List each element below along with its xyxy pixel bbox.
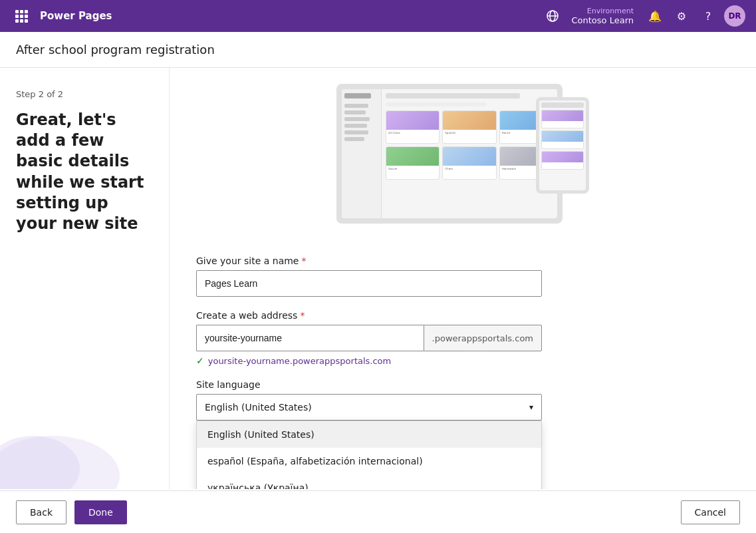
url-hint-text: yoursite-yourname.powerappsportals.com	[208, 356, 392, 366]
language-field-group: Site language English (United States) ▾ …	[196, 379, 729, 421]
done-button[interactable]: Done	[74, 500, 127, 524]
site-name-field-group: Give your site a name *	[196, 256, 729, 297]
environment-name: Contoso Learn	[571, 15, 634, 25]
page-title: After school program registration	[16, 43, 215, 57]
site-name-label: Give your site a name *	[196, 256, 729, 266]
language-dropdown-trigger[interactable]: English (United States) ▾	[196, 394, 542, 421]
help-button[interactable]: ?	[697, 5, 719, 27]
top-navigation: Power Pages Environment Contoso Learn 🔔 …	[0, 0, 756, 32]
footer-right: Cancel	[681, 500, 740, 524]
web-address-suffix: .powerappsportals.com	[424, 325, 542, 351]
site-name-input[interactable]	[196, 270, 542, 297]
language-option-spanish[interactable]: español (España, alfabetización internac…	[197, 448, 541, 474]
web-address-field-group: Create a web address * .powerappsportals…	[196, 310, 729, 366]
preview-area: Art Class Spanish Dance Soccer Chess Hom…	[196, 84, 729, 237]
required-star-2: *	[300, 310, 305, 321]
language-label: Site language	[196, 379, 729, 390]
language-selected-value: English (United States)	[205, 402, 312, 413]
mobile-mockup	[536, 97, 589, 194]
laptop-mockup: Art Class Spanish Dance Soccer Chess Hom…	[336, 84, 563, 224]
settings-button[interactable]: ⚙	[671, 5, 692, 27]
app-title: Power Pages	[40, 10, 534, 22]
step-indicator: Step 2 of 2	[16, 89, 153, 99]
language-option-ukrainian[interactable]: українська (Україна)	[197, 474, 541, 489]
user-avatar[interactable]: DR	[724, 5, 745, 27]
language-dropdown-menu: English (United States) español (España,…	[196, 421, 542, 489]
language-option-english-us[interactable]: English (United States)	[197, 421, 541, 448]
right-panel: Art Class Spanish Dance Soccer Chess Hom…	[170, 68, 756, 489]
environment-label: Environment	[587, 7, 634, 15]
web-address-input-group: .powerappsportals.com	[196, 325, 542, 351]
back-button[interactable]: Back	[16, 500, 66, 524]
environment-icon	[542, 5, 563, 27]
required-star: *	[302, 256, 307, 266]
web-address-input[interactable]	[196, 325, 424, 351]
decoration-graphic	[0, 383, 133, 489]
environment-info[interactable]: Environment Contoso Learn	[571, 7, 634, 25]
left-panel: Step 2 of 2 Great, let's add a few basic…	[0, 68, 170, 489]
site-preview-mockup: Art Class Spanish Dance Soccer Chess Hom…	[336, 84, 589, 237]
notifications-button[interactable]: 🔔	[644, 5, 666, 27]
language-dropdown: English (United States) ▾ English (Unite…	[196, 394, 542, 421]
footer: Back Done Cancel	[0, 490, 756, 533]
chevron-down-icon: ▾	[529, 403, 533, 412]
check-icon: ✓	[196, 355, 204, 366]
nav-right-section: Environment Contoso Learn 🔔 ⚙ ? DR	[542, 5, 745, 27]
main-layout: Step 2 of 2 Great, let's add a few basic…	[0, 68, 756, 489]
page-title-bar: After school program registration	[0, 32, 756, 68]
cancel-button[interactable]: Cancel	[681, 500, 740, 524]
web-address-label: Create a web address *	[196, 310, 729, 321]
waffle-menu-button[interactable]	[11, 5, 32, 27]
wizard-heading: Great, let's add a few basic details whi…	[16, 110, 153, 234]
url-hint: ✓ yoursite-yourname.powerappsportals.com	[196, 355, 729, 366]
